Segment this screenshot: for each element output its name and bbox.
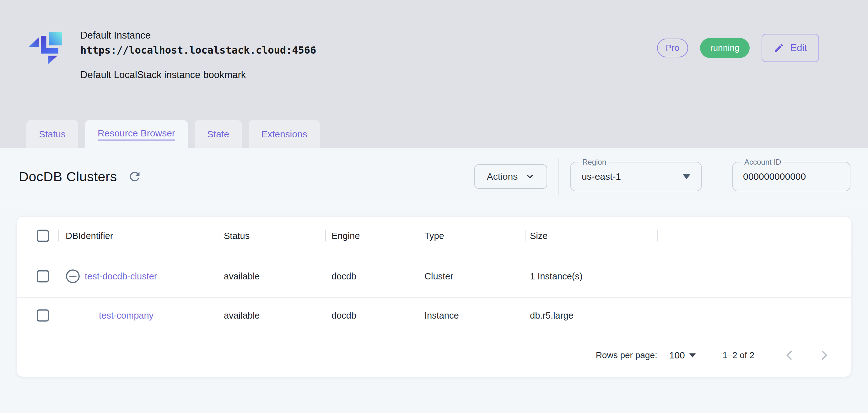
row-engine: docdb (332, 310, 356, 320)
chevron-right-icon (817, 348, 831, 362)
edit-button[interactable]: Edit (762, 34, 819, 62)
select-all-checkbox[interactable] (37, 230, 49, 242)
account-id-field: Account ID (733, 162, 850, 191)
column-header-dbidentifier: DBIdentifier (66, 231, 113, 241)
row-status: available (224, 271, 259, 281)
tab-state[interactable]: State (195, 120, 242, 148)
instance-url: https://localhost.localstack.cloud:4566 (81, 44, 316, 56)
region-dropdown-arrow-icon (683, 174, 690, 179)
pro-badge: Pro (657, 39, 688, 57)
rows-per-page-arrow-icon (689, 353, 696, 357)
toolbar-divider (558, 158, 559, 195)
row-checkbox[interactable] (37, 309, 49, 321)
page-title: DocDB Clusters (19, 169, 117, 184)
region-select[interactable]: Region us-east-1 (570, 162, 702, 191)
tab-resource-browser[interactable]: Resource Browser (85, 120, 188, 148)
column-header-size: Size (530, 231, 548, 241)
region-select-label: Region (579, 158, 609, 167)
toolbar-controls: Actions Region us-east-1 Account ID (474, 158, 850, 195)
instance-subtitle: Default LocalStack instance bookmark (81, 69, 316, 80)
column-divider (421, 230, 421, 241)
table-pagination: Rows per page: 100 1–2 of 2 (17, 333, 851, 377)
region-select-value: us-east-1 (582, 171, 621, 182)
tab-status-label: Status (39, 129, 66, 140)
pagination-range: 1–2 of 2 (723, 350, 754, 360)
tab-status[interactable]: Status (26, 120, 78, 148)
column-header-status: Status (224, 231, 250, 241)
pencil-icon (774, 43, 784, 53)
instance-title: Default Instance (81, 30, 316, 41)
tab-extensions-label: Extensions (261, 129, 307, 140)
header-badges: Pro running Edit (657, 34, 819, 62)
resource-toolbar: DocDB Clusters Actions Region us-east-1 … (0, 148, 868, 205)
column-divider (657, 230, 658, 241)
chevron-down-icon (525, 172, 535, 181)
rows-per-page-label: Rows per page: (596, 350, 657, 360)
table-row: test-company available docdb Instance db… (17, 298, 851, 333)
account-id-input[interactable] (743, 171, 837, 182)
column-divider (525, 230, 526, 241)
cluster-link[interactable]: test-docdb-cluster (85, 271, 157, 281)
rows-per-page-select[interactable]: 100 (669, 350, 696, 360)
column-header-engine: Engine (332, 231, 360, 241)
column-header-type: Type (425, 231, 444, 241)
actions-button-label: Actions (487, 171, 518, 182)
tab-state-label: State (207, 129, 229, 140)
instance-link[interactable]: test-company (99, 310, 154, 320)
localstack-logo-icon (28, 27, 67, 66)
row-type: Cluster (425, 271, 453, 281)
row-status: available (224, 310, 259, 320)
tab-resource-browser-label: Resource Browser (98, 128, 175, 140)
rows-per-page-value: 100 (669, 350, 685, 360)
refresh-button[interactable] (126, 168, 143, 185)
instance-text-block: Default Instance https://localhost.local… (81, 27, 316, 80)
row-type: Instance (425, 310, 459, 320)
tab-bar: Status Resource Browser State Extensions (26, 120, 320, 148)
edit-button-label: Edit (790, 42, 807, 54)
docdb-clusters-table-card: DBIdentifier Status Engine Type Size tes… (17, 216, 851, 377)
tab-extensions[interactable]: Extensions (249, 120, 320, 148)
collapse-row-icon[interactable] (65, 269, 81, 284)
table-header-row: DBIdentifier Status Engine Type Size (17, 217, 851, 255)
instance-info: Default Instance https://localhost.local… (28, 27, 316, 80)
row-size: 1 Instance(s) (530, 271, 583, 281)
next-page-button[interactable] (816, 347, 832, 364)
refresh-icon (127, 169, 142, 184)
row-size: db.r5.large (530, 310, 574, 320)
previous-page-button[interactable] (781, 347, 798, 364)
instance-header: Default Instance https://localhost.local… (0, 0, 868, 148)
running-status-badge: running (700, 38, 749, 58)
row-checkbox[interactable] (37, 270, 49, 282)
row-engine: docdb (332, 271, 356, 281)
account-id-label: Account ID (741, 158, 784, 167)
localstack-app: Default Instance https://localhost.local… (0, 0, 868, 413)
chevron-left-icon (783, 348, 797, 362)
column-divider (325, 230, 326, 241)
table-row: test-docdb-cluster available docdb Clust… (17, 255, 851, 298)
actions-button[interactable]: Actions (474, 164, 547, 189)
column-divider (58, 230, 59, 241)
column-divider (220, 230, 220, 241)
